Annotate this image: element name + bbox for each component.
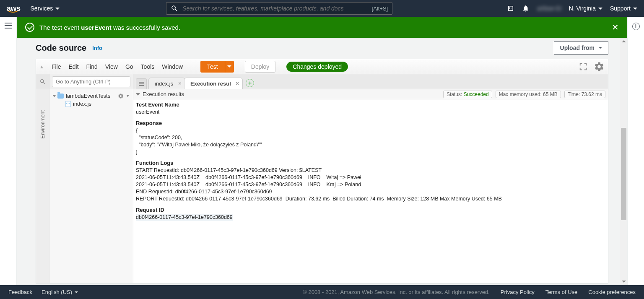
success-banner: The test event userEvent was successfull… — [17, 17, 627, 38]
account-name[interactable]: aXbse-Di — [537, 5, 561, 12]
banner-prefix: The test event — [39, 24, 81, 31]
menu-find[interactable]: Find — [86, 63, 98, 70]
bell-icon[interactable] — [522, 5, 530, 12]
upload-from-button[interactable]: Upload from — [554, 41, 608, 55]
caret-down-icon — [633, 8, 637, 10]
goto-anything-input[interactable] — [52, 76, 130, 87]
language-selector[interactable]: English (US) — [42, 289, 78, 295]
tree-file-index[interactable]: index.js — [52, 100, 130, 108]
terms-link[interactable]: Terms of Use — [545, 289, 578, 295]
caret-down-icon[interactable] — [136, 93, 140, 96]
editor-area: index.js × Execution results × + Executi… — [133, 74, 608, 283]
search-shortcut: [Alt+S] — [372, 5, 388, 12]
test-button-group: Test — [200, 61, 234, 73]
environment-tab[interactable]: Environment — [40, 104, 46, 145]
log-line: 2021-06-05T11:43:43.540Z db0f4266-0117-4… — [136, 174, 605, 181]
region-selector[interactable]: N. Virginia — [569, 5, 602, 12]
check-circle-icon — [25, 23, 34, 32]
support-menu[interactable]: Support — [610, 5, 637, 12]
gear-icon[interactable] — [594, 61, 605, 72]
tab-label: Execution results — [190, 81, 231, 87]
results-title: Execution results — [143, 91, 184, 97]
scroll-up-icon[interactable] — [620, 38, 627, 45]
results-body[interactable]: Test Event Name userEvent Response { "st… — [133, 99, 608, 223]
footer: Feedback English (US) © 2008 - 2021, Ama… — [0, 285, 644, 299]
json-line: { — [136, 127, 605, 134]
test-dropdown[interactable] — [225, 61, 234, 73]
feedback-link[interactable]: Feedback — [8, 289, 32, 295]
fullscreen-icon[interactable] — [579, 62, 588, 71]
tab-list-button[interactable] — [136, 78, 147, 89]
caret-down-icon — [598, 8, 602, 10]
services-label: Services — [31, 5, 53, 12]
time-chip: Time: 73.62 ms — [564, 91, 605, 98]
json-line: "statusCode": 200, — [136, 134, 605, 141]
menu-tools[interactable]: Tools — [141, 63, 155, 70]
nav-right: aXbse-Di N. Virginia Support — [507, 5, 637, 12]
region-label: N. Virginia — [569, 5, 596, 12]
log-line: END RequestId: db0f4266-0117-45c3-97ef-1… — [136, 188, 605, 195]
tree-folder-root[interactable]: lambdaEventTests ▾ — [52, 92, 130, 100]
folder-label: lambdaEventTests — [66, 93, 110, 99]
close-icon[interactable]: ✕ — [612, 22, 619, 32]
search-input[interactable] — [182, 5, 367, 12]
scrollbar[interactable] — [620, 38, 627, 285]
menu-go[interactable]: Go — [125, 63, 133, 70]
menu-edit[interactable]: Edit — [68, 63, 78, 70]
log-line: REPORT RequestId: db0f4266-0117-45c3-97e… — [136, 195, 605, 203]
function-logs-label: Function Logs — [136, 159, 605, 167]
toolbar-collapse-icon[interactable]: ▲ — [39, 64, 44, 69]
file-label: index.js — [73, 101, 91, 107]
tab-label: index.js — [155, 81, 173, 87]
editor-tabs: index.js × Execution results × + — [133, 74, 608, 89]
services-menu[interactable]: Services — [31, 5, 60, 12]
add-tab-button[interactable]: + — [246, 79, 254, 87]
banner-suffix: was successfully saved. — [112, 24, 180, 31]
upload-from-label: Upload from — [560, 44, 595, 51]
copyright: © 2008 - 2021, Amazon Web Services, Inc.… — [303, 289, 490, 295]
cloudshell-icon[interactable] — [507, 5, 514, 12]
search-icon[interactable] — [39, 78, 46, 85]
log-line: START RequestId: db0f4266-0117-45c3-97ef… — [136, 167, 605, 174]
file-icon — [65, 101, 71, 107]
right-rail: i — [627, 17, 644, 285]
cookies-link[interactable]: Cookie preferences — [588, 289, 636, 295]
gear-icon[interactable] — [118, 93, 124, 99]
left-rail — [0, 17, 17, 285]
ide-toolbar: ▲ File Edit Find View Go Tools Window Te… — [36, 59, 608, 74]
log-line: 2021-06-05T11:43:43.540Z db0f4266-0117-4… — [136, 181, 605, 188]
json-line: } — [136, 148, 605, 156]
info-icon[interactable]: i — [632, 23, 640, 30]
close-icon[interactable]: × — [178, 80, 182, 87]
caret-down-icon — [53, 95, 56, 97]
folder-icon — [57, 94, 64, 99]
tab-index-js[interactable]: index.js × — [148, 78, 185, 89]
menu-file[interactable]: File — [52, 63, 61, 70]
banner-event-name: userEvent — [81, 24, 112, 31]
global-search[interactable]: [Alt+S] — [166, 2, 392, 15]
caret-down-icon — [599, 47, 602, 49]
menu-window[interactable]: Window — [162, 63, 183, 70]
test-event-name-label: Test Event Name — [136, 101, 605, 109]
file-tree: lambdaEventTests ▾ index.js — [49, 74, 133, 283]
menu-view[interactable]: View — [105, 63, 118, 70]
privacy-link[interactable]: Privacy Policy — [501, 289, 535, 295]
ide-body: Environment lambdaEventTests ▾ — [36, 74, 608, 283]
scroll-down-icon[interactable] — [620, 278, 627, 285]
info-link[interactable]: Info — [92, 45, 102, 51]
tab-execution-results[interactable]: Execution results × — [184, 78, 243, 89]
close-icon[interactable]: × — [236, 80, 239, 87]
main-area: The test event userEvent was successfull… — [17, 17, 627, 285]
results-header: Execution results Status: Succeeded Max … — [133, 89, 608, 99]
test-button[interactable]: Test — [200, 61, 225, 73]
support-label: Support — [610, 5, 631, 12]
content-body: Code source Info Upload from ▲ File Edit… — [17, 38, 627, 285]
cloud9-ide: ▲ File Edit Find View Go Tools Window Te… — [36, 59, 608, 283]
deploy-button[interactable]: Deploy — [245, 61, 276, 73]
hamburger-icon[interactable] — [5, 23, 12, 29]
memory-chip: Max memory used: 65 MB — [496, 91, 561, 98]
scroll-thumb[interactable] — [621, 128, 626, 220]
request-id-label: Request ID — [136, 206, 605, 214]
json-line: "body": "\"Witaj Paweł Miło, że dołączył… — [136, 141, 605, 148]
aws-logo[interactable]: aws — [7, 4, 21, 13]
